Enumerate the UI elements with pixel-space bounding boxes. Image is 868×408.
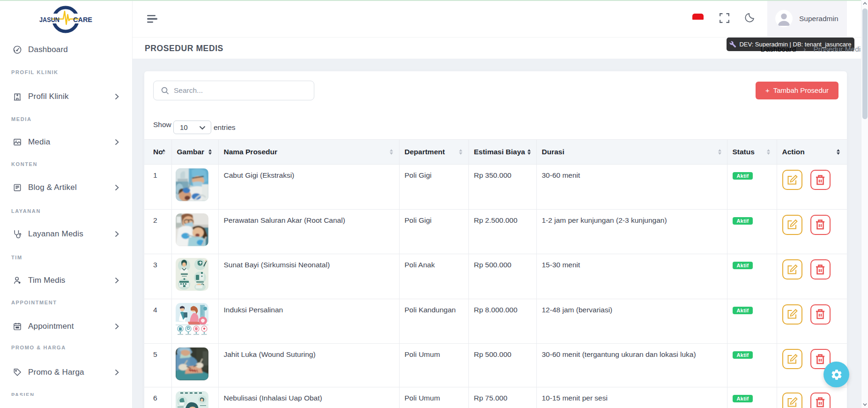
svg-text:CARE: CARE xyxy=(73,15,92,23)
svg-text:JASUN: JASUN xyxy=(39,15,59,23)
